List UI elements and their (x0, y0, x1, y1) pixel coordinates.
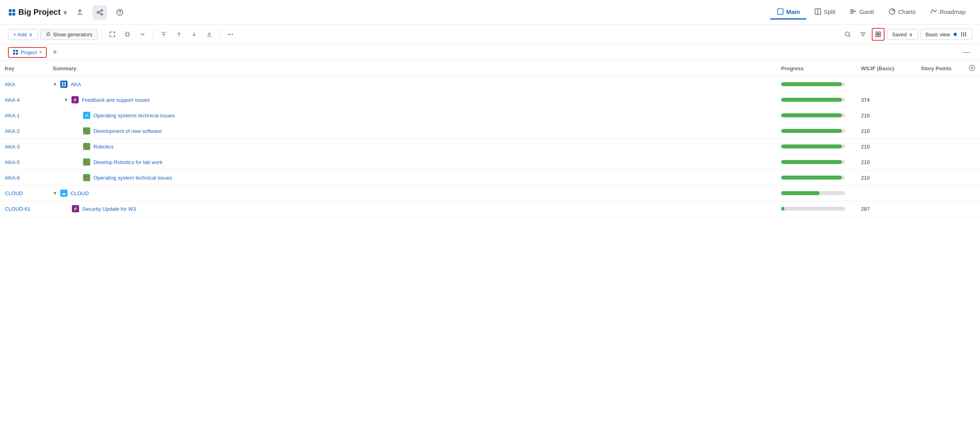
progress-bar-bg (781, 113, 845, 117)
tab-split[interactable]: Split (808, 5, 842, 20)
svg-rect-2 (9, 13, 12, 16)
filter-button[interactable] (857, 28, 869, 41)
key-cell[interactable]: AKA-2 (0, 123, 48, 139)
chevron-down-icon (140, 32, 145, 37)
add-column-header[interactable] (964, 61, 980, 77)
summary-cell: 🔖Develop Robotics for lab work (48, 154, 776, 170)
svg-rect-24 (16, 53, 18, 55)
separator-1 (101, 30, 102, 39)
progress-bar-fill (781, 113, 842, 117)
progress-bar-fill (781, 129, 842, 133)
group-button[interactable] (872, 28, 885, 41)
project-name-text: Big Project (18, 8, 61, 17)
project-icon (8, 8, 16, 16)
item-type-icon: ✔ (83, 112, 90, 119)
move-bottom-button[interactable] (203, 28, 216, 41)
key-cell[interactable]: CLOUD (0, 186, 48, 201)
svg-rect-22 (16, 50, 18, 52)
col-wsjf: WSJF (Basic) (856, 61, 916, 77)
summary-text[interactable]: Development of new software (93, 128, 162, 134)
key-cell[interactable]: AKA-1 (0, 108, 48, 123)
progress-bar-bg (781, 144, 845, 148)
summary-text[interactable]: Operating system technical issues (93, 175, 172, 181)
key-cell[interactable]: AKA-3 (0, 139, 48, 154)
collapse-all-button[interactable]: — (961, 47, 972, 58)
tab-main[interactable]: Main (770, 5, 806, 20)
tab-charts[interactable]: Charts (882, 5, 922, 20)
progress-bar-bg (781, 129, 845, 133)
wsjf-cell: 210 (856, 108, 916, 123)
basic-view-button[interactable]: Basic view (920, 29, 972, 40)
summary-text[interactable]: Feedback and support issues (82, 97, 150, 103)
svg-rect-17 (876, 32, 878, 34)
help-button[interactable] (113, 5, 127, 20)
share-button[interactable] (93, 5, 107, 20)
move-up-button[interactable] (173, 28, 185, 41)
expand-button[interactable] (106, 28, 119, 41)
expand-arrow[interactable]: ▼ (53, 191, 57, 196)
add-group-button[interactable]: + (49, 47, 60, 58)
summary-text[interactable]: CLOUD (71, 190, 89, 196)
summary-text[interactable]: AKA (71, 81, 81, 87)
add-button[interactable]: + Add ∨ (8, 29, 38, 40)
key-cell[interactable]: AKA-5 (0, 154, 48, 170)
more-button[interactable] (224, 28, 237, 41)
svg-rect-18 (879, 32, 881, 34)
project-title[interactable]: Big Project ∨ (8, 8, 67, 17)
nav-left: Big Project ∨ (8, 5, 127, 20)
show-generators-button[interactable]: Show generators (40, 29, 97, 40)
group-tabs-row: Project × + — (0, 44, 980, 61)
svg-rect-29 (64, 85, 66, 86)
pin-icon (46, 32, 51, 37)
progress-cell (776, 108, 856, 123)
group-tab-close[interactable]: × (39, 49, 42, 55)
move-down-icon (191, 31, 197, 38)
key-cell[interactable]: AKA-4 (0, 92, 48, 108)
progress-bar-fill (781, 160, 842, 164)
summary-text[interactable]: Security Update for W3 (82, 206, 136, 212)
key-cell[interactable]: CLOUD-61 (0, 201, 48, 217)
chevron-down-button[interactable] (136, 28, 149, 41)
tab-gantt[interactable]: Gantt (843, 5, 881, 20)
move-top-button[interactable] (157, 28, 170, 41)
expand-arrow[interactable]: ▼ (53, 82, 57, 87)
table-header-row: Key Summary Progress WSJF (Basic) Story … (0, 61, 980, 77)
extra-cell (964, 186, 980, 201)
search-button[interactable] (841, 28, 854, 41)
tab-roadmap-label: Roadmap (940, 8, 966, 15)
summary-text[interactable]: Develop Robotics for lab work (93, 159, 163, 165)
tab-roadmap[interactable]: Roadmap (924, 5, 972, 20)
summary-text[interactable]: Operating systems technical issues (93, 113, 175, 119)
project-group-tab[interactable]: Project × (8, 47, 47, 58)
table-row: AKA-2🔖Development of new software210 (0, 123, 980, 139)
saved-button[interactable]: Saved ∨ (887, 29, 918, 40)
summary-cell: 🔖Robotics (48, 139, 776, 154)
summary-cell: ✔Operating systems technical issues (48, 108, 776, 123)
progress-bar-bg (781, 82, 845, 86)
expand-icon (109, 31, 115, 38)
add-chevron: ∨ (29, 32, 33, 38)
add-label: + Add (13, 32, 27, 38)
roadmap-icon (930, 8, 937, 15)
svg-rect-27 (64, 82, 66, 84)
compress-button[interactable] (121, 28, 134, 41)
extra-cell (964, 201, 980, 217)
story-points-cell (916, 92, 964, 108)
item-type-icon: 🔖 (83, 143, 90, 150)
upload-button[interactable] (73, 5, 87, 20)
svg-rect-20 (879, 35, 881, 37)
key-cell[interactable]: AKA-6 (0, 170, 48, 186)
item-type-icon: 🔖 (83, 158, 90, 166)
tab-gantt-label: Gantt (859, 8, 874, 15)
item-type-icon: 🔖 (83, 174, 90, 181)
expand-arrow[interactable]: ▼ (64, 97, 68, 102)
summary-text[interactable]: Robotics (93, 144, 114, 150)
progress-bar-fill (781, 207, 784, 211)
progress-cell (776, 139, 856, 154)
progress-cell (776, 154, 856, 170)
key-cell[interactable]: AKA (0, 77, 48, 92)
move-down-button[interactable] (188, 28, 200, 41)
extra-cell (964, 92, 980, 108)
svg-point-6 (101, 14, 103, 15)
story-points-cell (916, 77, 964, 92)
